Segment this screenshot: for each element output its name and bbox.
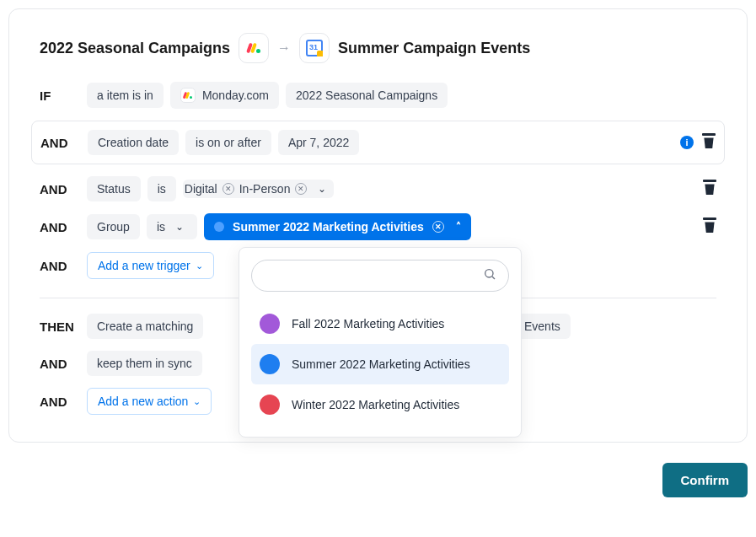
color-swatch: [260, 314, 280, 334]
arrow-icon: →: [277, 40, 291, 56]
dropdown-option[interactable]: Summer 2022 Marketing Activities: [251, 344, 509, 384]
color-swatch: [260, 395, 280, 415]
option-label: Winter 2022 Marketing Activities: [292, 398, 459, 411]
filter-row-creation-date: AND Creation date is on or after Apr 7, …: [31, 121, 725, 164]
flow-card: 2022 Seasonal Campaigns → Summer Campaig…: [8, 8, 748, 443]
confirm-button[interactable]: Confirm: [662, 463, 748, 497]
if-row: IF a item is in Monday.com 2022 Seasonal…: [40, 82, 716, 109]
info-icon[interactable]: i: [680, 136, 694, 149]
dropdown-option[interactable]: Fall 2022 Marketing Activities: [251, 303, 509, 344]
and-keyword: AND: [40, 259, 80, 273]
filter-row-status: AND Status is Digital✕ In-Person✕ ⌄: [40, 176, 716, 201]
monday-icon: [184, 92, 192, 99]
add-action-button[interactable]: Add a new action ⌄: [87, 388, 212, 415]
option-label: Summer 2022 Marketing Activities: [292, 357, 470, 371]
tag-label: In-Person: [239, 182, 291, 196]
field-chip[interactable]: Creation date: [88, 130, 179, 155]
group-color-dot: [214, 222, 224, 232]
item-chip[interactable]: a item is in: [87, 83, 164, 108]
dest-title: Summer Campaign Events: [338, 40, 530, 57]
app-chip[interactable]: Monday.com: [170, 82, 279, 109]
group-dropdown: Fall 2022 Marketing Activities Summer 20…: [239, 247, 522, 438]
search-input[interactable]: [264, 269, 483, 282]
clear-selection-icon[interactable]: ✕: [432, 221, 444, 233]
dest-app-icon: [299, 33, 330, 63]
google-calendar-icon: [306, 40, 323, 56]
source-title: 2022 Seasonal Campaigns: [40, 40, 230, 57]
board-chip[interactable]: 2022 Seasonal Campaigns: [286, 83, 448, 108]
value-chip[interactable]: Apr 7, 2022: [278, 130, 359, 155]
action-chip[interactable]: Create a matching: [87, 314, 203, 339]
app-chip-label: Monday.com: [202, 89, 269, 102]
chevron-up-icon: ˄: [456, 221, 461, 233]
sync-chip[interactable]: keep them in sync: [87, 351, 202, 376]
value-multiselect[interactable]: Digital✕ In-Person✕ ⌄: [183, 180, 335, 198]
source-app-icon: [239, 33, 269, 63]
color-swatch: [260, 354, 280, 374]
dropdown-option[interactable]: Winter 2022 Marketing Activities: [251, 384, 509, 425]
and-keyword: AND: [40, 182, 80, 196]
operator-chip[interactable]: is on or after: [185, 130, 271, 155]
svg-point-0: [485, 270, 493, 277]
field-chip[interactable]: Status: [87, 176, 141, 201]
chevron-down-icon: ⌄: [193, 396, 201, 407]
and-keyword: AND: [40, 220, 80, 234]
filter-row-group: AND Group is ⌄ Summer 2022 Marketing Act…: [40, 213, 716, 240]
chevron-down-icon: ⌄: [196, 260, 203, 271]
group-selected-label: Summer 2022 Marketing Activities: [233, 220, 424, 234]
monday-icon: [248, 43, 260, 53]
if-keyword: IF: [40, 89, 80, 103]
and-keyword: AND: [40, 136, 81, 150]
delete-icon[interactable]: [703, 181, 716, 196]
remove-tag-icon[interactable]: ✕: [295, 183, 307, 195]
field-chip[interactable]: Group: [87, 214, 140, 239]
flow-header: 2022 Seasonal Campaigns → Summer Campaig…: [40, 33, 716, 63]
add-trigger-button[interactable]: Add a new trigger ⌄: [87, 252, 214, 279]
operator-chip[interactable]: is ⌄: [147, 214, 197, 239]
and-keyword: AND: [40, 395, 80, 409]
remove-tag-icon[interactable]: ✕: [223, 183, 234, 195]
chevron-down-icon: ⌄: [172, 221, 187, 233]
chevron-down-icon[interactable]: ⌄: [312, 183, 332, 195]
search-icon: [483, 267, 496, 284]
group-select-trigger[interactable]: Summer 2022 Marketing Activities ✕ ˄: [204, 213, 471, 240]
then-keyword: THEN: [40, 320, 80, 334]
footer: Confirm: [8, 463, 748, 497]
option-label: Fall 2022 Marketing Activities: [292, 317, 444, 330]
operator-chip[interactable]: is: [147, 176, 176, 201]
and-keyword: AND: [40, 357, 80, 371]
delete-icon[interactable]: [703, 219, 716, 234]
delete-icon[interactable]: [702, 135, 716, 150]
svg-line-1: [492, 277, 495, 279]
tag-label: Digital: [185, 182, 217, 196]
dropdown-search[interactable]: [251, 260, 509, 292]
